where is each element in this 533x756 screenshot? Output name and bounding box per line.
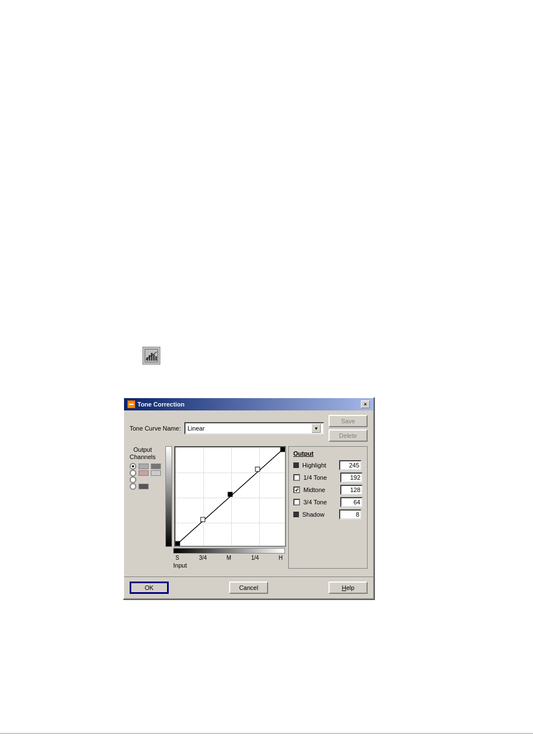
dialog-body: Tone Curve Name: Linear ▼ Save Delete Ou… xyxy=(124,410,373,573)
channel-radio-1[interactable] xyxy=(130,463,161,470)
three-quarter-tone-checkbox[interactable] xyxy=(293,499,300,505)
help-underline-h: H xyxy=(342,584,346,591)
x-gradient-wrapper xyxy=(173,547,286,554)
tone-correction-dialog: Tone Correction × Tone Curve Name: Linea… xyxy=(123,397,374,599)
dialog-close-button[interactable]: × xyxy=(361,400,370,408)
channels-label: Channels xyxy=(130,453,155,460)
midtone-label: Midtone xyxy=(303,486,337,493)
shadow-square-icon xyxy=(293,512,299,517)
cancel-button[interactable]: Cancel xyxy=(229,582,268,594)
output-channels-label: Output xyxy=(134,446,152,453)
x-label-14: 1/4 xyxy=(251,555,259,561)
ok-button[interactable]: OK xyxy=(130,582,169,594)
channel-radio-input-1[interactable] xyxy=(130,463,136,470)
help-button[interactable]: Help xyxy=(329,582,368,594)
output-row-quarter-tone: 1/4 Tone xyxy=(293,472,363,483)
dialog-bottom-buttons: OK Cancel Help xyxy=(124,577,373,598)
channel-swatch-light xyxy=(151,470,161,476)
help-rest: elp xyxy=(346,584,355,591)
svg-rect-2 xyxy=(149,355,150,361)
highlight-square-icon xyxy=(293,462,299,468)
tone-curve-value: Linear xyxy=(188,425,205,432)
svg-rect-5 xyxy=(155,356,157,361)
x-gradient-bar xyxy=(173,548,285,554)
dropdown-arrow-icon: ▼ xyxy=(312,424,321,433)
channel-swatch-dark xyxy=(139,484,149,489)
histogram-icon xyxy=(145,349,158,362)
dialog-title-icon xyxy=(127,400,135,408)
graph-section: S 3/4 M 1/4 H Input xyxy=(165,446,286,569)
dialog-title: Tone Correction xyxy=(137,401,184,408)
channel-radio-3[interactable] xyxy=(130,476,136,483)
channel-swatch-pink xyxy=(139,470,149,476)
three-quarter-tone-label: 3/4 Tone xyxy=(303,499,337,505)
input-label: Input xyxy=(173,562,286,569)
three-quarter-tone-input[interactable] xyxy=(340,497,363,507)
svg-rect-13 xyxy=(280,447,285,452)
channel-radio-input-4[interactable] xyxy=(130,483,136,490)
shadow-input[interactable] xyxy=(339,509,361,519)
channel-radio-input-3[interactable] xyxy=(130,476,136,483)
y-gradient-bar xyxy=(165,446,172,547)
x-label-s: S xyxy=(175,555,179,561)
shadow-label: Shadow xyxy=(302,511,336,518)
quarter-tone-input[interactable] xyxy=(340,472,363,483)
dialog-title-bar: Tone Correction × xyxy=(124,398,373,410)
output-row-midtone: ✓ Midtone xyxy=(293,485,363,495)
highlight-input[interactable] xyxy=(339,460,361,470)
quarter-tone-checkbox[interactable] xyxy=(293,474,300,481)
output-row-three-quarter-tone: 3/4 Tone xyxy=(293,497,363,507)
curve-svg xyxy=(175,447,285,546)
channel-radio-4[interactable] xyxy=(130,483,149,490)
highlight-label: Highlight xyxy=(302,462,336,469)
tone-curve-label: Tone Curve Name: xyxy=(130,425,181,432)
svg-rect-10 xyxy=(201,517,205,522)
save-delete-buttons: Save Delete xyxy=(329,415,368,442)
tone-curve-canvas[interactable] xyxy=(174,446,286,547)
main-area: Output Channels xyxy=(130,446,368,569)
page-divider xyxy=(0,733,533,734)
svg-rect-7 xyxy=(129,404,134,405)
output-panel-title: Output xyxy=(293,450,363,457)
x-label-34: 3/4 xyxy=(199,555,207,561)
midtone-checkbox[interactable]: ✓ xyxy=(293,486,300,493)
channel-radio-2[interactable] xyxy=(130,470,161,476)
x-label-h: H xyxy=(279,555,283,561)
graph-row xyxy=(165,446,286,547)
channel-radio-input-2[interactable] xyxy=(130,470,136,476)
channel-swatch-gray2 xyxy=(151,464,161,469)
quarter-tone-label: 1/4 Tone xyxy=(303,474,337,481)
midtone-input[interactable] xyxy=(340,485,363,495)
output-row-highlight: Highlight xyxy=(293,460,363,470)
x-label-m: M xyxy=(227,555,231,561)
svg-rect-4 xyxy=(153,355,155,361)
channel-swatch-gray1 xyxy=(139,464,149,469)
svg-rect-3 xyxy=(151,353,153,361)
output-panel: Output Highlight 1/4 Tone ✓ xyxy=(288,446,368,569)
delete-button[interactable]: Delete xyxy=(329,429,368,442)
tone-curve-dropdown[interactable]: Linear ▼ xyxy=(184,422,324,434)
svg-rect-11 xyxy=(228,492,232,497)
save-button[interactable]: Save xyxy=(329,415,368,427)
svg-rect-12 xyxy=(255,467,260,471)
svg-rect-9 xyxy=(175,541,180,546)
output-row-shadow: Shadow xyxy=(293,509,363,519)
tone-correction-tool-icon[interactable] xyxy=(142,347,160,365)
channels-section: Output Channels xyxy=(130,446,163,569)
x-axis-labels: S 3/4 M 1/4 H xyxy=(173,555,285,561)
